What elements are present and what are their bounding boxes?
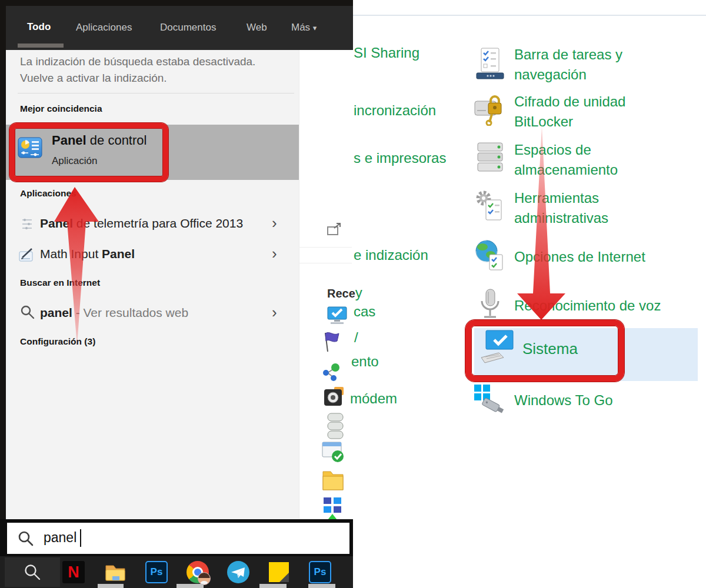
cp-item-taskbar-navigation[interactable]: Barra de tareas y navegación xyxy=(514,45,622,85)
search-input[interactable]: panel xyxy=(7,523,349,554)
cp-link-fragment-sincronizacion[interactable]: incronización xyxy=(354,102,436,119)
indexing-notice-line2[interactable]: Vuelve a activar la indización. xyxy=(20,72,167,85)
cp-item-bitlocker[interactable]: Cifrado de unidad BitLocker xyxy=(514,92,625,132)
chevron-right-icon[interactable]: › xyxy=(272,216,277,229)
window-preview-edge xyxy=(98,584,124,588)
admin-tools-icon xyxy=(474,189,506,222)
photoshop-icon[interactable]: Ps xyxy=(309,561,331,583)
apps-header: Aplicaciones xyxy=(20,188,76,199)
camera-icon[interactable] xyxy=(324,387,347,410)
chevron-right-icon[interactable]: › xyxy=(272,247,277,260)
desktop-edge-strip xyxy=(0,50,6,556)
taskbar-search-button[interactable] xyxy=(5,557,60,587)
indexing-notice-line1: La indización de búsqueda estaba desacti… xyxy=(20,55,255,68)
cp-item-admin-tools[interactable]: Herramientas administrativas xyxy=(514,188,608,228)
math-input-app-icon xyxy=(19,247,34,262)
tab-todo[interactable]: Todo xyxy=(27,21,51,33)
bitlocker-icon xyxy=(474,93,506,126)
telegram-icon[interactable] xyxy=(227,561,249,583)
cp-item-storage-spaces[interactable]: Espacios de almacenamiento xyxy=(514,140,618,180)
tab-web[interactable]: Web xyxy=(247,22,267,34)
photoshop-icon[interactable]: Ps xyxy=(145,561,168,583)
window-preview-edge xyxy=(308,584,335,588)
cp-text-fragment-rece: Recey xyxy=(327,285,362,301)
search-input-value: panel xyxy=(44,530,76,546)
notice-divider xyxy=(18,93,294,93)
card-edge-line xyxy=(299,247,352,248)
window-preview-edge xyxy=(176,584,204,588)
cp-item-windows-to-go[interactable]: Windows To Go xyxy=(514,390,613,410)
open-new-window-icon xyxy=(326,222,342,239)
sticky-notes-icon[interactable] xyxy=(268,561,290,583)
file-explorer-icon[interactable] xyxy=(104,561,126,583)
cluster-icon[interactable] xyxy=(322,362,342,382)
search-result-web[interactable]: panel - Ver resultados web xyxy=(40,306,188,320)
database-icon[interactable] xyxy=(327,413,345,440)
text-cursor xyxy=(80,529,81,547)
avatar xyxy=(198,572,211,585)
microphone-icon xyxy=(477,288,504,321)
storage-spaces-icon xyxy=(474,141,506,174)
best-match-header: Mejor coincidencia xyxy=(20,103,102,114)
internet-options-icon xyxy=(474,239,506,272)
flag-icon[interactable] xyxy=(321,331,341,353)
cp-link-fragment-ento[interactable]: ento xyxy=(351,353,379,370)
card-edge-line xyxy=(299,263,352,263)
search-icon xyxy=(18,530,34,547)
chevron-right-icon[interactable]: › xyxy=(272,306,277,319)
tab-aplicaciones[interactable]: Aplicaciones xyxy=(76,22,132,34)
search-icon xyxy=(24,563,41,581)
taskbar-navigation-icon xyxy=(474,47,506,80)
search-result-telemetry[interactable]: Panel de telemetría para Office 2013 xyxy=(40,216,243,230)
monitor-check-icon[interactable] xyxy=(327,306,348,327)
chrome-icon[interactable] xyxy=(187,561,209,583)
cp-link-fragment-slash[interactable]: / xyxy=(354,329,358,346)
screenshot-root: SI Sharing incronización s e impresoras … xyxy=(0,0,706,588)
folder-icon[interactable] xyxy=(322,468,345,493)
settings-header: Configuración (3) xyxy=(20,336,95,347)
window-preview-edge xyxy=(259,584,287,588)
panel-divider xyxy=(299,50,299,519)
cp-item-internet-options[interactable]: Opciones de Internet xyxy=(514,247,645,267)
telemetry-app-icon xyxy=(21,218,34,232)
tab-mas[interactable]: Más ▾ xyxy=(291,22,317,34)
search-icon xyxy=(20,305,35,320)
red-annotation-box-sistema xyxy=(465,320,624,382)
tab-active-underline xyxy=(18,44,64,48)
web-search-header: Buscar en Internet xyxy=(20,278,100,288)
window-check-icon[interactable] xyxy=(321,440,346,465)
window-edge-line xyxy=(299,15,706,16)
cp-link-fragment-cas[interactable]: cas xyxy=(354,303,375,320)
cp-link-fragment-indizacion[interactable]: e indización xyxy=(354,247,428,263)
cp-link-fragment-impresoras[interactable]: s e impresoras xyxy=(354,150,446,166)
search-result-math-input[interactable]: Math Input Panel xyxy=(40,247,135,261)
cp-item-speech-recognition[interactable]: Reconocimiento de voz xyxy=(514,296,661,316)
windows-to-go-icon xyxy=(473,383,506,415)
netflix-icon[interactable]: N xyxy=(62,561,85,583)
cp-link-fragment-modem[interactable]: módem xyxy=(350,390,397,407)
tab-documentos[interactable]: Documentos xyxy=(160,22,216,34)
red-annotation-box-panel-de-control xyxy=(9,123,168,182)
app-grid-icon[interactable] xyxy=(321,496,345,522)
cp-link-fragment-sharing[interactable]: SI Sharing xyxy=(354,45,419,61)
chevron-down-icon: ▾ xyxy=(313,24,317,32)
